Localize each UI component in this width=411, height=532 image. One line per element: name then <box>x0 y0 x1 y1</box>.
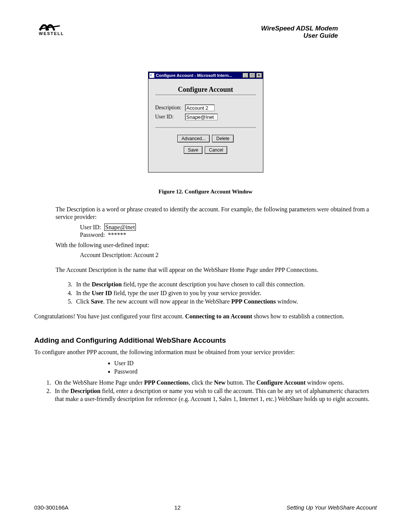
window-title: Configure Account - Microsoft Intern... <box>156 73 233 78</box>
doc-title: WireSpeed ADSL Modem User Guide <box>261 25 338 39</box>
body-paragraph: With the following user-defined input: <box>56 241 377 249</box>
example-user-id: User ID: Snape@inet <box>80 224 377 231</box>
footer-left: 030-300166A <box>34 504 68 511</box>
description-label: Description: <box>155 105 185 111</box>
body-paragraph: Account Description: Account 2 <box>80 251 377 259</box>
configure-account-window: Configure Account - Microsoft Intern... … <box>148 72 263 173</box>
delete-button[interactable]: Delete <box>212 135 234 142</box>
footer-right: Setting Up Your WebShare Account <box>287 504 377 511</box>
body-paragraph: The Account Description is the name that… <box>56 266 377 274</box>
example-password-value: ****** <box>108 232 126 238</box>
minimize-button[interactable]: _ <box>242 73 249 78</box>
example-user-id-value: Snape@inet <box>104 224 136 231</box>
body-paragraph: To configure another PPP account, the fo… <box>34 348 377 356</box>
example-user-id-label: User ID: <box>80 224 101 230</box>
divider <box>155 94 256 96</box>
list-item: In the User ID field, type the user ID g… <box>74 289 377 297</box>
page-footer: 030-300166A 12 Setting Up Your WebShare … <box>34 504 377 511</box>
close-button[interactable]: × <box>256 73 262 78</box>
divider <box>155 127 256 129</box>
page-header: WESTELL WireSpeed ADSL Modem User Guide <box>34 21 377 44</box>
doc-title-line2: User Guide <box>261 32 338 40</box>
list-item: User ID <box>114 359 377 367</box>
advanced-button[interactable]: Advanced... <box>177 135 210 142</box>
maximize-button[interactable]: □ <box>249 73 255 78</box>
list-item: In the Description field, type the accou… <box>74 281 377 288</box>
list-item: Password <box>114 368 377 375</box>
body-paragraph: The Description is a word or phrase crea… <box>56 206 377 221</box>
page-number: 12 <box>174 504 181 511</box>
save-button[interactable]: Save <box>184 146 202 154</box>
section-heading: Adding and Configuring Additional WebSha… <box>34 336 377 345</box>
brand-name: WESTELL <box>39 31 64 36</box>
list-item: Click Save. The new account will now app… <box>74 298 377 305</box>
list-item: In the Description field, enter a descri… <box>53 387 377 403</box>
list-item: On the WebShare Home Page under PPP Conn… <box>53 379 377 387</box>
example-password: Password: ****** <box>80 231 377 239</box>
user-id-label: User ID: <box>155 114 185 120</box>
example-password-label: Password: <box>80 232 105 238</box>
doc-title-line1: WireSpeed ADSL Modem <box>261 25 338 32</box>
ie-icon <box>149 73 155 78</box>
westell-logo: WESTELL <box>39 21 64 36</box>
window-titlebar: Configure Account - Microsoft Intern... … <box>148 72 263 79</box>
window-heading: Configure Account <box>155 86 256 94</box>
description-input[interactable] <box>185 104 215 111</box>
cancel-button[interactable]: Cancel <box>205 146 227 154</box>
westell-logo-icon <box>39 21 60 32</box>
figure-caption: Figure 12. Configure Account Window <box>34 189 377 195</box>
body-paragraph: Congratulations! You have just configure… <box>34 313 377 320</box>
user-id-input[interactable] <box>185 113 218 120</box>
